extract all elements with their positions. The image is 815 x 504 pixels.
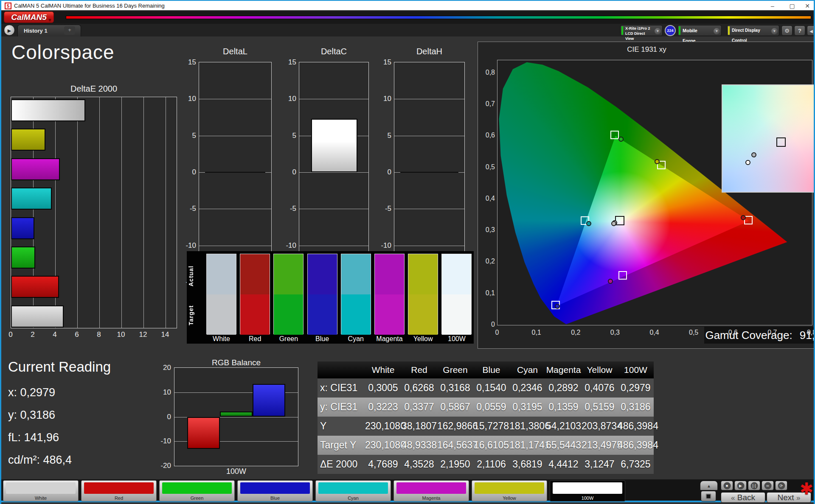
bottom-bar: WhiteRedGreenBlueCyanMagentaYellow100W ▲…	[1, 479, 814, 502]
table-header-cell: 100W	[618, 365, 654, 375]
deltae-gridline	[143, 97, 144, 328]
rgb-tick-label: -20	[154, 462, 171, 470]
swatch-green	[273, 254, 304, 334]
range-button[interactable]: [-]	[748, 481, 760, 490]
delta-chart-title: DeltaL	[199, 47, 272, 56]
swatch-target	[308, 294, 337, 335]
meter-device-dropdown[interactable]: X-Rite i1Pro 2 LCD Direct View ▼	[620, 25, 663, 36]
table-cell: 0,5867	[437, 401, 473, 413]
patch-button-cyan[interactable]: Cyan	[315, 480, 391, 501]
alert-asterisk-icon: ✱	[800, 479, 813, 498]
patch-button-blue[interactable]: Blue	[237, 480, 313, 501]
table-cell: 0,4076	[582, 382, 618, 394]
help-button[interactable]: ?	[794, 25, 805, 36]
delta-tick-label: 10	[279, 95, 296, 103]
deltae-gridline	[99, 97, 100, 328]
patch-button-white[interactable]: White	[3, 480, 79, 501]
table-cell: 4,4412	[545, 459, 582, 470]
patch-button-green[interactable]: Green	[159, 480, 235, 501]
patch-color	[475, 482, 544, 494]
deltae-gridline	[166, 97, 166, 328]
table-cell: 65,5443	[545, 440, 582, 451]
delta-tick-label: 15	[279, 58, 296, 67]
swatch-label: Red	[237, 335, 273, 343]
patch-label: Cyan	[316, 496, 391, 501]
calman-logo-menu[interactable]: CalMAN5 ▼	[4, 11, 54, 23]
title-bar: 5 CalMAN 5 CalMAN Ultimate for Business …	[1, 0, 814, 10]
deltae-bar-green	[11, 246, 35, 269]
cie-chart: Gamut Coverage: 91,5%	[497, 60, 812, 325]
deltae-tick-label: 0	[5, 330, 17, 339]
cie-chart-title: CIE 1931 xy	[478, 45, 815, 54]
record-button[interactable]	[701, 491, 716, 501]
settings-button[interactable]: ⚙	[781, 25, 793, 36]
refresh-button[interactable]: ⟳	[775, 481, 787, 490]
table-header-cell: White	[365, 365, 401, 375]
delta-tick-label: 10	[179, 95, 196, 103]
back-button[interactable]: « Back	[721, 492, 765, 503]
cie-x-tick: 0,1	[529, 329, 544, 336]
stop-button[interactable]: ■	[721, 481, 733, 490]
table-cell: 48,9338	[401, 440, 437, 451]
expand-tray-button[interactable]: ▲	[700, 481, 718, 490]
rgb-tick-label: 0	[154, 413, 171, 421]
cie-x-tick: 0,5	[686, 329, 701, 336]
patch-button-red[interactable]: Red	[81, 480, 157, 501]
delta-chart-title: DeltaH	[394, 47, 465, 56]
actual-row-label: Actual	[188, 257, 195, 295]
table-cell: 0,2979	[618, 382, 654, 394]
source-dropdown[interactable]: Mobile Forge ▼	[677, 25, 722, 36]
page-title: Colorspace	[11, 41, 115, 64]
meter-badge[interactable]: 224	[665, 25, 676, 36]
patch-label: Red	[82, 496, 156, 501]
table-cell: 54,2103	[545, 420, 582, 432]
patch-color	[553, 482, 622, 494]
swatch-actual	[408, 254, 438, 294]
cie-y-tick: 0,3	[481, 226, 495, 234]
cie-target-green	[610, 131, 619, 139]
stop-icon: ■	[723, 482, 731, 489]
session-play-button[interactable]: ▶	[4, 25, 15, 36]
display-control-dropdown[interactable]: Direct Display Control ▼	[727, 25, 779, 36]
cie-measured-yellow	[655, 159, 660, 164]
cie-x-tick: 0,4	[647, 329, 662, 336]
rgb-tick-label: 20	[154, 364, 171, 372]
patch-button-yellow[interactable]: Yellow	[472, 480, 547, 501]
inset-target-square	[776, 137, 786, 147]
table-cell: 16,6105	[473, 440, 509, 451]
add-tab-button[interactable]: +	[64, 26, 75, 35]
rgb-balance-title: RGB Balance	[174, 358, 298, 367]
patch-color	[240, 482, 310, 494]
swatch-actual	[341, 254, 371, 294]
cie-target-magenta	[618, 271, 627, 280]
table-cell: 181,1741	[509, 440, 545, 451]
swatch-actual	[375, 254, 404, 294]
swatch-red	[240, 254, 270, 334]
cie-x-tick: 0,7	[764, 329, 780, 336]
delta-zero-bar	[205, 172, 265, 173]
play-icon: ▶	[8, 28, 11, 33]
patch-button-magenta[interactable]: Magenta	[393, 480, 469, 501]
close-button[interactable]: ✕	[801, 2, 814, 10]
table-row: x: CIE310,30050,62680,31680,15400,23460,…	[318, 378, 654, 398]
chevron-down-icon: ▼	[771, 28, 778, 34]
collapse-panel-button[interactable]: ◀	[807, 25, 815, 36]
table-row: y: CIE310,32230,33770,58670,05590,31950,…	[318, 398, 654, 417]
cie-x-tick: 0,2	[568, 329, 583, 336]
chevron-left-icon: ◀	[809, 29, 813, 34]
tab-strip: ▶ History 1 + X-Rite i1Pro 2 LCD Direct …	[1, 24, 814, 36]
delta-tick-label: -10	[374, 241, 391, 250]
maximize-button[interactable]: ▢	[786, 2, 798, 10]
minimize-button[interactable]: –	[766, 2, 779, 10]
table-row-label: Y	[318, 420, 365, 432]
delta-gridline	[394, 246, 464, 246]
swatch-label: Cyan	[338, 335, 374, 343]
continuous-button[interactable]: ∞	[762, 481, 774, 490]
rgb-balance-xlabel: 100W	[174, 467, 298, 476]
swatch-actual	[442, 254, 471, 294]
play-button[interactable]: ▶	[734, 481, 747, 490]
cie-y-tick: 0,2	[481, 258, 495, 265]
patch-button-100w[interactable]: 100W	[550, 480, 625, 501]
deltae-gridline	[77, 97, 78, 328]
cie-y-tick: 0	[481, 321, 495, 328]
